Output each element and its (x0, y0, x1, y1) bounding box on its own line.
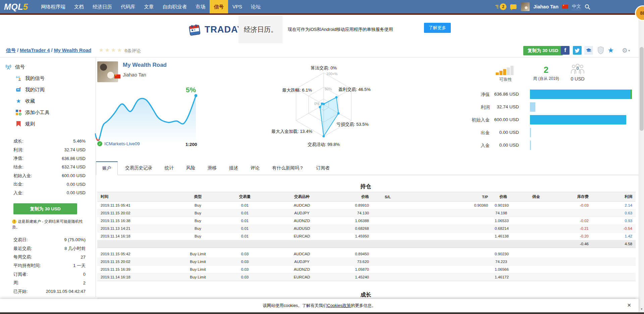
sidebar-item-favorites[interactable]: ★ 收藏 (0, 95, 96, 107)
nav-item-2[interactable]: 经济日历 (88, 0, 116, 13)
radar-label-profit-trades: 盈利交易: 46.5% (338, 87, 371, 93)
tab-5[interactable]: 描述 (224, 161, 243, 175)
signal-author[interactable]: Jiahao Tan (123, 72, 146, 77)
summary-row-value: 0.00 USD (489, 130, 519, 135)
tab-2[interactable]: 统计 (160, 161, 179, 175)
weeks-label: 周 (自从 2019) (531, 76, 561, 82)
stat-label: 出金: (13, 181, 23, 187)
table-row: 2019.11.14 16:18Buy0.01EURCAD1.459501.46… (97, 232, 636, 240)
reviews-count[interactable]: 0条评论 (125, 48, 141, 54)
sidebar-item-add-widget[interactable]: 添加小工具 (0, 107, 96, 118)
vertical-scrollbar[interactable]: ▼ (639, 13, 644, 314)
breadcrumb-row: 信号 / MetaTrader 4 / My Wealth Road ★★★★★… (0, 44, 644, 57)
sidebar-item-signals[interactable]: 信号 (0, 61, 96, 72)
tab-0[interactable]: 账户 (96, 161, 118, 175)
nav-item-8[interactable]: VPS (228, 0, 247, 13)
nav-item-6[interactable]: 市场 (191, 0, 210, 13)
breadcrumb-link-0[interactable]: 信号 (6, 48, 16, 53)
summary-bar (530, 90, 632, 99)
summary-row-value: 636.86 USD (489, 92, 519, 97)
calendar-icon (188, 23, 201, 36)
breadcrumb-link-2[interactable]: My Wealth Road (54, 48, 92, 53)
favorite-star-icon[interactable]: ★ (606, 46, 615, 55)
summary-bar (530, 115, 626, 124)
stat-label: 周: (13, 280, 19, 286)
summary-row-label: 利润 (449, 104, 490, 110)
nav-item-5[interactable]: 自由职业者 (158, 0, 191, 13)
positions-table: 时间类型交易量交易品种价格S/LT/P价格佣金库存费利润 2019.11.15 … (97, 192, 636, 281)
sidebar-stat-row: 交易日:9 (75.00%) (0, 235, 96, 244)
scrollbar-down-arrow[interactable]: ▼ (639, 308, 644, 311)
nav-item-0[interactable]: 网络程序端 (37, 0, 70, 13)
nav-item-7[interactable]: 信号 (210, 0, 228, 13)
education-cap-icon[interactable] (584, 46, 593, 55)
scrollbar-thumb[interactable] (640, 47, 644, 131)
sidebar-stat-row: 平均持有时间:1 一天 (0, 261, 96, 270)
sidebar-stat-row: 最近交易:8 几小时前 (0, 244, 96, 253)
twitter-share-icon[interactable] (573, 46, 582, 55)
learn-more-button[interactable]: 了解更多 (424, 23, 451, 33)
nav-item-3[interactable]: 代码库 (116, 0, 140, 13)
stat-value: 27 (81, 255, 86, 260)
language-switch[interactable]: 中文 (572, 3, 581, 10)
stat-label: 平均持有时间: (13, 263, 41, 269)
weeks-value: 2 (531, 65, 561, 75)
sidebar-item-rules[interactable]: 规则 (0, 118, 96, 129)
table-row: 2019.11.15 05:42Buy Limit0.03AUDCAD0.894… (97, 250, 636, 258)
cookie-text-after: 的更多信息。 (351, 303, 376, 309)
radar-ring-50: 50% (325, 87, 332, 91)
tab-8[interactable]: 订阅者 (311, 161, 335, 175)
radar-label-loss-trades: 亏损交易: 53.5% (336, 121, 369, 127)
cookie-policy-link[interactable]: Cookies政策 (327, 303, 351, 309)
coin-balance-badge[interactable]: 2 (500, 3, 506, 10)
stat-value: 636.86 USD (62, 156, 86, 161)
sidebar-item-my-subscriptions[interactable]: 我的订阅 (0, 84, 96, 95)
table-row: 2019.11.15 16:38Buy0.01AUDNZD1.063881.06… (97, 217, 636, 225)
nav-item-9[interactable]: 论坛 (247, 0, 265, 13)
banner-description: 现在可作为iOS和Android移动应用程序的单独服务使用 (288, 15, 393, 44)
radar-ring-0: 0% (314, 102, 319, 106)
cookie-close-icon[interactable]: ✕ (627, 302, 631, 308)
user-name[interactable]: Jiahao Tan (533, 4, 558, 9)
search-icon[interactable] (585, 4, 590, 10)
author-country-flag (114, 74, 120, 80)
broker-link[interactable]: ICMarkets-Live09 (104, 141, 140, 146)
signal-title[interactable]: My Wealth Road (123, 62, 167, 68)
sidebar-stat-row: 入金:0.00 USD (0, 189, 96, 197)
coin-speed-lines (495, 5, 498, 8)
summary-row-label: 净值 (449, 92, 490, 98)
main-content: My Wealth Road Jiahao Tan 5% ✓ ICMarkets… (96, 57, 639, 297)
user-avatar[interactable] (521, 2, 530, 11)
col-header-8: 佣金 (511, 192, 543, 202)
verified-check-icon: ✓ (97, 141, 102, 146)
copy-signal-button[interactable]: 复制为 30 USD (523, 46, 563, 55)
sidebar-item-label: 规则 (25, 121, 35, 127)
sidebar-item-my-signals[interactable]: 我的信号 (0, 72, 96, 84)
summary-bar (530, 128, 531, 137)
table-row: 2019.11.13 14:21Buy0.01AUDUSD0.682680.68… (97, 225, 636, 232)
stat-label: 每周交易: (13, 254, 32, 260)
mql5-logo[interactable]: MQL5 (4, 2, 28, 12)
tab-7[interactable]: 有什么新闻吗？ (267, 161, 309, 175)
col-header-1: 类型 (174, 192, 221, 202)
growth-line-chart[interactable] (95, 86, 197, 143)
growth-section-title: 成长 (96, 292, 636, 299)
sidebar-item-label: 收藏 (25, 98, 35, 104)
sidebar-copy-button[interactable]: 复制为 30 USD (13, 203, 77, 214)
leverage-value: 1:200 (185, 142, 197, 147)
messages-icon[interactable] (510, 4, 517, 9)
stat-value: 2 (83, 280, 86, 285)
settings-gear-icon[interactable]: ⚙▾ (620, 46, 632, 55)
facebook-share-icon[interactable]: f (561, 46, 570, 55)
breadcrumb-link-1[interactable]: MetaTrader 4 (20, 48, 50, 53)
stat-label: 订阅者: (13, 271, 28, 277)
nav-item-4[interactable]: 文章 (140, 0, 158, 13)
shield-badge-icon[interactable] (596, 46, 605, 55)
tab-3[interactable]: 风险 (181, 161, 200, 175)
tab-1[interactable]: 交易历史记录 (120, 161, 157, 175)
tab-6[interactable]: 评论 (246, 161, 265, 175)
table-gap-row (97, 248, 636, 250)
nav-item-1[interactable]: 文档 (70, 0, 88, 13)
sidebar-stat-row: 初始入金:600.00 USD (0, 171, 96, 180)
tab-4[interactable]: 滑移 (203, 161, 222, 175)
